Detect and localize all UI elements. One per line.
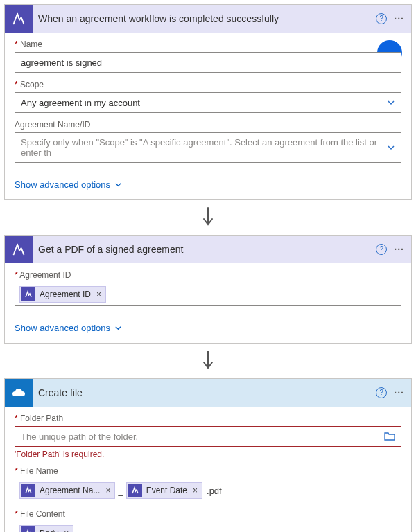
- getpdf-title: Get a PDF of a signed agreement: [38, 244, 370, 255]
- adobe-sign-icon: [21, 526, 35, 532]
- advanced-label: Show advanced options: [15, 179, 110, 190]
- trigger-title: When an agreement workflow is completed …: [38, 13, 370, 24]
- createfile-body: Folder Path The unique path of the folde…: [5, 407, 411, 532]
- agreementid-label: Agreement ID: [15, 270, 401, 280]
- help-icon[interactable]: ?: [376, 244, 387, 255]
- agreement-label: Agreement Name/ID: [15, 120, 401, 130]
- trigger-body: Name Scope Any agreement in my account A…: [5, 33, 411, 172]
- getpdf-card: Get a PDF of a signed agreement ? ··· Ag…: [4, 235, 412, 344]
- token-remove-icon[interactable]: ×: [64, 529, 69, 532]
- adobe-sign-icon: [21, 484, 35, 497]
- flow-arrow: [4, 344, 412, 378]
- agreement-select[interactable]: Specify only when "Scope" is "A specific…: [15, 132, 401, 163]
- token-label: Body: [40, 529, 58, 532]
- token-remove-icon[interactable]: ×: [193, 486, 198, 495]
- token-agreement-name[interactable]: Agreement Na... ×: [19, 482, 115, 499]
- adobe-sign-icon: [5, 5, 33, 33]
- help-icon[interactable]: ?: [376, 13, 387, 24]
- chevron-down-icon: [387, 98, 395, 107]
- token-label: Agreement ID: [40, 290, 91, 299]
- folderpath-input[interactable]: The unique path of the folder.: [15, 426, 401, 447]
- filename-label: File Name: [15, 466, 401, 476]
- scope-select[interactable]: Any agreement in my account: [15, 92, 401, 113]
- token-body[interactable]: Body ×: [19, 525, 73, 532]
- chevron-down-icon: [114, 324, 122, 332]
- filename-suffix: .pdf: [205, 486, 222, 496]
- more-menu-icon[interactable]: ···: [394, 244, 404, 255]
- show-advanced-link[interactable]: Show advanced options: [5, 172, 132, 200]
- folderpath-label: Folder Path: [15, 414, 401, 423]
- folderpath-placeholder: The unique path of the folder.: [21, 432, 138, 442]
- trigger-header[interactable]: When an agreement workflow is completed …: [5, 5, 411, 33]
- filecontent-label: File Content: [15, 509, 401, 519]
- token-label: Agreement Na...: [40, 486, 100, 495]
- adobe-sign-icon: [128, 484, 142, 497]
- chevron-down-icon: [387, 143, 395, 152]
- folder-picker-icon[interactable]: [384, 432, 395, 441]
- folderpath-error: 'Folder Path' is required.: [15, 450, 401, 459]
- scope-value: Any agreement in my account: [21, 98, 140, 108]
- help-icon[interactable]: ?: [376, 387, 387, 398]
- adobe-sign-icon: [5, 236, 33, 263]
- advanced-label: Show advanced options: [15, 323, 110, 333]
- createfile-card: Create file ? ··· Folder Path The unique…: [4, 378, 412, 532]
- scope-label: Scope: [15, 80, 401, 89]
- filename-input[interactable]: Agreement Na... × _ Event Date × .pdf: [15, 479, 401, 502]
- onedrive-icon: [5, 379, 33, 407]
- getpdf-body: Agreement ID Agreement ID ×: [5, 263, 411, 316]
- createfile-header[interactable]: Create file ? ···: [5, 379, 411, 407]
- trigger-card: When an agreement workflow is completed …: [4, 4, 412, 200]
- token-event-date[interactable]: Event Date ×: [126, 482, 202, 499]
- getpdf-header[interactable]: Get a PDF of a signed agreement ? ···: [5, 236, 411, 263]
- chevron-down-icon: [114, 181, 122, 188]
- name-input[interactable]: [15, 52, 401, 73]
- agreementid-input[interactable]: Agreement ID ×: [15, 283, 401, 306]
- flow-arrow: [4, 200, 412, 235]
- token-label: Event Date: [146, 486, 187, 495]
- token-agreement-id[interactable]: Agreement ID ×: [19, 286, 106, 303]
- token-remove-icon[interactable]: ×: [105, 486, 110, 495]
- agreement-placeholder: Specify only when "Scope" is "A specific…: [21, 137, 387, 158]
- more-menu-icon[interactable]: ···: [394, 13, 404, 24]
- show-advanced-link[interactable]: Show advanced options: [5, 316, 132, 343]
- createfile-title: Create file: [38, 387, 370, 398]
- token-remove-icon[interactable]: ×: [96, 290, 101, 299]
- name-label: Name: [15, 39, 401, 49]
- adobe-sign-icon: [21, 287, 35, 301]
- more-menu-icon[interactable]: ···: [394, 387, 404, 398]
- filecontent-input[interactable]: Body ×: [15, 522, 401, 532]
